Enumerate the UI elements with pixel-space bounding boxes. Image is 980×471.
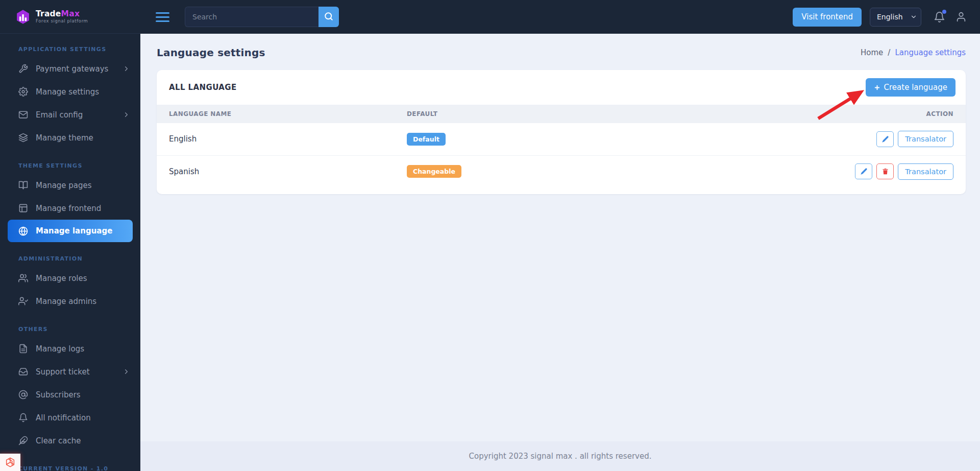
- sidebar-section-label: OTHERS: [0, 313, 140, 337]
- column-header-language-name: LANGUAGE NAME: [157, 105, 395, 123]
- globe-icon: [18, 226, 28, 236]
- create-language-button[interactable]: Create language: [866, 78, 955, 97]
- status-badge: Changeable: [407, 165, 461, 178]
- layers-icon: [18, 133, 28, 143]
- sidebar-item-label: Manage roles: [36, 274, 87, 283]
- table-row: EnglishDefaultTransalator: [157, 123, 966, 155]
- sidebar-item-label: Manage frontend: [36, 204, 101, 213]
- language-selector[interactable]: English: [870, 8, 921, 27]
- brand-name-accent: Max: [61, 9, 80, 18]
- sidebar: TradeMax Forex signal platform APPLICATI…: [0, 0, 140, 471]
- sidebar-item-label: Manage language: [36, 226, 112, 236]
- gear-icon: [18, 87, 28, 97]
- sidebar-item-manage-theme[interactable]: Manage theme: [0, 126, 140, 149]
- book-open-icon: [18, 180, 28, 190]
- trash-icon: [881, 168, 889, 175]
- notifications-button[interactable]: [934, 11, 945, 23]
- wrench-icon: [18, 64, 28, 74]
- footer: Copyright 2023 signal max . all rights r…: [140, 441, 980, 471]
- sidebar-item-label: Manage logs: [36, 344, 84, 354]
- main-content: Language settings Home / Language settin…: [140, 34, 980, 441]
- edit-language-button[interactable]: [876, 131, 894, 147]
- app-root: TradeMax Forex signal platform APPLICATI…: [0, 0, 980, 471]
- language-select[interactable]: English: [870, 8, 921, 27]
- table-row: SpanishChangeableTransalator: [157, 155, 966, 187]
- brand-logo-icon: [15, 9, 31, 25]
- topbar: Visit frontend English: [140, 0, 980, 34]
- sidebar-section-label: APPLICATION SETTINGS: [0, 34, 140, 57]
- page-title: Language settings: [157, 46, 265, 59]
- status-badge: Default: [407, 133, 446, 146]
- sidebar-item-subscribers[interactable]: Subscribers: [0, 383, 140, 406]
- profile-button[interactable]: [955, 11, 967, 22]
- sidebar-item-label: Manage pages: [36, 181, 92, 190]
- sidebar-item-manage-admins[interactable]: Manage admins: [0, 290, 140, 313]
- at-sign-icon: [18, 390, 28, 399]
- file-text-icon: [18, 344, 28, 354]
- breadcrumb-home-link[interactable]: Home: [861, 48, 883, 57]
- visit-frontend-button[interactable]: Visit frontend: [793, 8, 862, 27]
- bell-icon: [18, 413, 28, 422]
- sidebar-item-label: Manage settings: [36, 87, 99, 97]
- sidebar-item-manage-language[interactable]: Manage language: [8, 220, 133, 242]
- chevron-right-icon: [122, 65, 130, 73]
- column-header-default: DEFAULT: [395, 105, 618, 123]
- brand-name: Trade: [36, 9, 61, 18]
- search-button[interactable]: [318, 7, 339, 27]
- search-input[interactable]: [185, 7, 318, 27]
- sidebar-item-payment-gateways[interactable]: Payment gateways: [0, 57, 140, 80]
- user-check-icon: [18, 296, 28, 306]
- layout-icon: [18, 203, 28, 213]
- chevron-right-icon: [122, 368, 130, 375]
- language-name: Spanish: [157, 155, 395, 187]
- sidebar-item-email-config[interactable]: Email config: [0, 103, 140, 126]
- language-name: English: [157, 123, 395, 155]
- sidebar-item-label: Manage admins: [36, 297, 96, 306]
- action-cell: Transalator: [618, 123, 966, 155]
- create-language-label: Create language: [884, 83, 947, 92]
- sidebar-section-label: ADMINISTRATION: [0, 242, 140, 267]
- laravel-debugbar-toggle[interactable]: [0, 454, 20, 471]
- user-icon: [955, 11, 967, 22]
- sidebar-item-manage-frontend[interactable]: Manage frontend: [0, 197, 140, 220]
- default-cell: Changeable: [395, 155, 618, 187]
- sidebar-nav: APPLICATION SETTINGSPayment gatewaysMana…: [0, 34, 140, 471]
- language-table-body: EnglishDefaultTransalatorSpanishChangeab…: [157, 123, 966, 187]
- breadcrumb: Home / Language settings: [861, 48, 966, 57]
- sidebar-item-all-notification[interactable]: All notification: [0, 406, 140, 429]
- breadcrumb-separator: /: [888, 48, 890, 57]
- action-cell: Transalator: [618, 155, 966, 187]
- sidebar-item-label: Clear cache: [36, 436, 81, 445]
- sidebar-item-manage-pages[interactable]: Manage pages: [0, 174, 140, 197]
- copyright-text: Copyright 2023 signal max . all rights r…: [469, 452, 652, 461]
- sidebar-item-manage-logs[interactable]: Manage logs: [0, 337, 140, 360]
- laravel-icon: [5, 457, 16, 468]
- translator-button[interactable]: Transalator: [898, 131, 953, 147]
- sidebar-section-label: THEME SETTINGS: [0, 149, 140, 174]
- pencil-icon: [881, 135, 889, 143]
- sidebar-item-clear-cache[interactable]: Clear cache: [0, 429, 140, 452]
- sidebar-item-manage-settings[interactable]: Manage settings: [0, 80, 140, 103]
- pencil-icon: [860, 168, 868, 175]
- feather-icon: [18, 436, 28, 445]
- translator-button[interactable]: Transalator: [898, 163, 953, 180]
- sidebar-item-support-ticket[interactable]: Support ticket: [0, 360, 140, 383]
- language-table: LANGUAGE NAME DEFAULT ACTION EnglishDefa…: [157, 105, 966, 187]
- sidebar-item-label: All notification: [36, 413, 91, 422]
- sidebar-item-label: Payment gateways: [36, 64, 108, 74]
- brand-tagline: Forex signal platform: [36, 19, 88, 24]
- sidebar-section-label: CURRENT VERSION - 1.0: [0, 452, 140, 471]
- sidebar-item-label: Email config: [36, 110, 83, 120]
- edit-language-button[interactable]: [855, 163, 872, 179]
- delete-language-button[interactable]: [876, 163, 894, 179]
- users-icon: [18, 273, 28, 283]
- brand[interactable]: TradeMax Forex signal platform: [0, 0, 140, 34]
- column-header-action: ACTION: [618, 105, 966, 123]
- envelope-icon: [18, 110, 28, 120]
- sidebar-item-label: Subscribers: [36, 390, 81, 399]
- sidebar-item-manage-roles[interactable]: Manage roles: [0, 267, 140, 290]
- sidebar-item-label: Support ticket: [36, 367, 90, 376]
- chevron-right-icon: [122, 111, 130, 119]
- menu-toggle-icon[interactable]: [156, 12, 169, 22]
- search-bar: [185, 7, 339, 27]
